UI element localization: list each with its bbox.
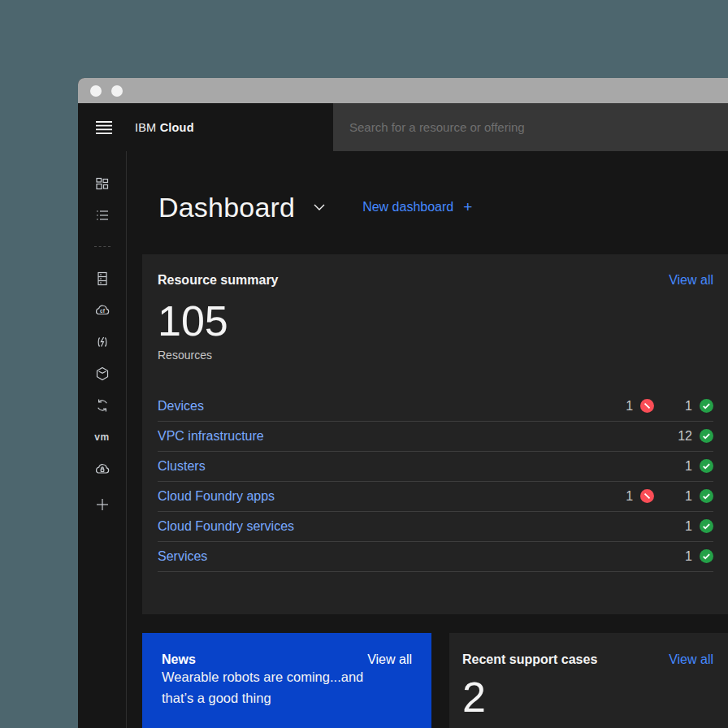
catalog-list-icon (94, 207, 110, 223)
resource-row: Devices11 (158, 392, 713, 422)
status-count: 1 (685, 549, 692, 564)
status-critical: 1 (626, 489, 654, 504)
resource-summary-title: Resource summary (158, 273, 279, 288)
status-count: 1 (626, 399, 633, 414)
resource-row: Cloud Foundry apps11 (158, 482, 713, 512)
cloud-foundry-icon: cf (93, 302, 111, 318)
support-cases-header: Recent support cases View all (462, 652, 713, 667)
page-title-row: Dashboard New dashboard+ (158, 189, 728, 225)
status-healthy: 1 (685, 519, 713, 534)
sidebar-item-add-resource[interactable] (78, 488, 126, 520)
news-headline-link[interactable]: Wearable robots are coming...and that’s … (162, 667, 412, 708)
healthy-status-icon (700, 549, 713, 563)
status-critical: 1 (626, 399, 654, 414)
sidebar-item-functions[interactable] (78, 326, 126, 358)
resource-row-link[interactable]: Devices (158, 399, 204, 414)
main-content: Dashboard New dashboard+ Resource summar… (127, 151, 728, 728)
resource-total-count: 105 (158, 299, 713, 344)
cloud-lock-icon (93, 461, 111, 477)
healthy-status-icon (700, 519, 713, 533)
status-healthy: 1 (685, 459, 713, 474)
status-count: 1 (685, 489, 692, 504)
brand-prefix: IBM (135, 121, 156, 134)
news-view-all-link[interactable]: View all (367, 652, 412, 667)
critical-status-icon (640, 489, 654, 503)
search-input[interactable] (333, 103, 728, 151)
news-title: News (162, 652, 196, 667)
new-dashboard-plus-icon: + (463, 198, 472, 216)
resource-row: VPC infrastructure12 (158, 422, 713, 452)
status-count: 1 (685, 519, 692, 534)
resource-row-statuses: 11 (626, 399, 713, 414)
resource-summary-card: Resource summary View all 105 Resources … (142, 254, 728, 614)
critical-status-icon (640, 399, 654, 413)
resource-row: Clusters1 (158, 452, 713, 482)
sidebar-item-schematics[interactable] (78, 358, 126, 389)
svg-text:cf: cf (100, 307, 106, 313)
global-search (333, 103, 728, 151)
left-nav-rail: cf (78, 151, 127, 728)
resource-row-statuses: 1 (685, 519, 713, 534)
window-control-dot[interactable] (90, 85, 102, 97)
app-body: cf (78, 151, 728, 728)
resource-row-statuses: 1 (685, 549, 713, 564)
support-cases-title: Recent support cases (462, 652, 597, 667)
status-healthy: 12 (678, 429, 713, 444)
healthy-status-icon (700, 399, 713, 413)
sidebar-item-dashboard[interactable] (78, 167, 126, 199)
header-left: IBM Cloud (78, 103, 333, 151)
sidebar-item-classic-infrastructure[interactable] (78, 262, 126, 294)
bottom-cards-row: News View all Wearable robots are coming… (142, 633, 728, 728)
brand-logo[interactable]: IBM Cloud (135, 121, 194, 134)
resource-row: Services1 (158, 542, 713, 572)
dashboard-grid-icon (94, 176, 110, 192)
resource-total-label: Resources (158, 349, 713, 362)
healthy-status-icon (700, 489, 713, 503)
resource-row-link[interactable]: Services (158, 549, 207, 564)
sidebar-divider (94, 246, 110, 247)
resource-row-link[interactable]: Cloud Foundry apps (158, 489, 275, 504)
resource-row-link[interactable]: Clusters (158, 459, 206, 474)
page-title: Dashboard (158, 192, 295, 223)
chevron-down-icon (313, 203, 326, 211)
hexagon-package-icon (94, 366, 110, 382)
healthy-status-icon (700, 429, 713, 443)
resource-summary-view-all-link[interactable]: View all (669, 273, 713, 288)
hamburger-menu-button[interactable] (96, 120, 112, 135)
sidebar-item-vmware[interactable]: vm (78, 421, 126, 453)
status-count: 1 (685, 459, 692, 474)
status-healthy: 1 (685, 549, 713, 564)
status-healthy: 1 (685, 489, 713, 504)
status-count: 1 (626, 489, 633, 504)
window-control-dot[interactable] (111, 85, 123, 97)
status-healthy: 1 (685, 399, 713, 414)
browser-window: IBM Cloud (78, 78, 728, 728)
support-cases-card: Recent support cases View all 2 (449, 633, 728, 728)
resource-row-link[interactable]: Cloud Foundry services (158, 519, 294, 534)
app-header: IBM Cloud (78, 103, 728, 151)
brand-suffix: Cloud (160, 121, 194, 134)
sidebar-item-sync[interactable] (78, 389, 126, 421)
support-cases-count: 2 (462, 675, 713, 720)
sidebar-item-vpc[interactable] (78, 453, 126, 484)
sidebar-item-cloud-foundry[interactable]: cf (78, 294, 126, 326)
sync-arrows-icon (94, 397, 110, 414)
functions-icon (94, 334, 110, 350)
plus-icon (95, 497, 110, 512)
resource-row-statuses: 1 (685, 459, 713, 474)
news-headline-line1: Wearable robots are coming...and (162, 667, 412, 688)
sidebar-item-resource-list[interactable] (78, 199, 126, 231)
browser-titlebar[interactable] (78, 78, 728, 103)
status-count: 12 (678, 429, 692, 444)
support-cases-view-all-link[interactable]: View all (669, 652, 713, 667)
news-card: News View all Wearable robots are coming… (142, 633, 431, 728)
healthy-status-icon (700, 459, 713, 473)
news-headline-line2: that’s a good thing (162, 688, 412, 709)
dashboard-switcher-button[interactable] (313, 203, 326, 211)
resource-row-statuses: 11 (626, 489, 713, 504)
new-dashboard-link[interactable]: New dashboard+ (362, 198, 472, 216)
new-dashboard-label: New dashboard (362, 200, 453, 214)
vm-icon: vm (94, 431, 109, 443)
resource-row-link[interactable]: VPC infrastructure (158, 429, 264, 444)
server-stack-icon (94, 271, 110, 287)
